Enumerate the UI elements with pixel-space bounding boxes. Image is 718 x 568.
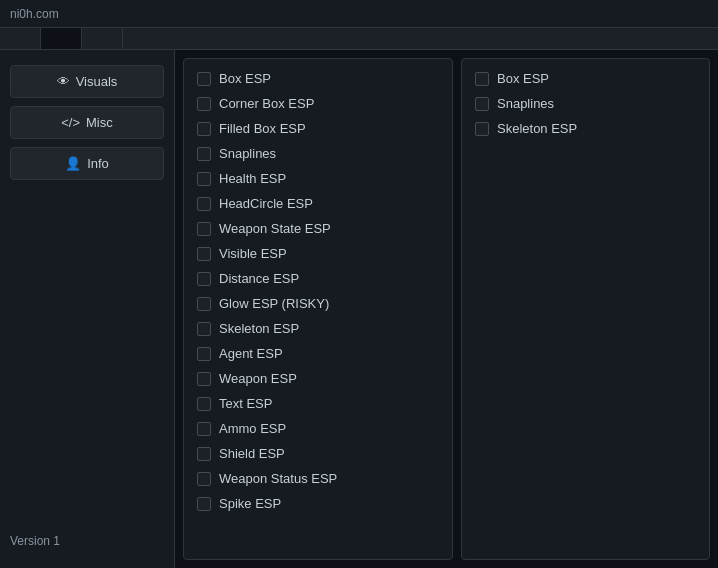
checkbox-filled-box-esp[interactable] (197, 122, 211, 136)
label-shield-esp: Shield ESP (219, 446, 285, 461)
esp-item-health-esp[interactable]: Health ESP (189, 167, 447, 190)
checkbox-glow-esp-risky[interactable] (197, 297, 211, 311)
esp-item-box-esp-2[interactable]: Box ESP (467, 67, 704, 90)
code-icon: </> (61, 115, 80, 130)
misc-label: Misc (86, 115, 113, 130)
checkbox-skeleton-esp[interactable] (197, 322, 211, 336)
checkbox-text-esp[interactable] (197, 397, 211, 411)
esp-item-distance-esp[interactable]: Distance ESP (189, 267, 447, 290)
checkbox-snaplines-2[interactable] (475, 97, 489, 111)
label-snaplines-2: Snaplines (497, 96, 554, 111)
checkbox-spike-esp[interactable] (197, 497, 211, 511)
eye-icon: 👁 (57, 74, 70, 89)
label-corner-box-esp: Corner Box ESP (219, 96, 314, 111)
esp-item-weapon-status-esp[interactable]: Weapon Status ESP (189, 467, 447, 490)
label-skeleton-esp: Skeleton ESP (219, 321, 299, 336)
esp-item-snaplines-2[interactable]: Snaplines (467, 92, 704, 115)
misc-button[interactable]: </> Misc (10, 106, 164, 139)
sidebar: 👁 Visuals </> Misc 👤 Info Version 1 (0, 50, 175, 568)
esp-item-glow-esp-risky[interactable]: Glow ESP (RISKY) (189, 292, 447, 315)
checkbox-headcircle-esp[interactable] (197, 197, 211, 211)
esp-item-spike-esp[interactable]: Spike ESP (189, 492, 447, 515)
main-esp-panel: Box ESPCorner Box ESPFilled Box ESPSnapl… (183, 58, 453, 560)
user-icon: 👤 (65, 156, 81, 171)
label-visible-esp: Visible ESP (219, 246, 287, 261)
label-distance-esp: Distance ESP (219, 271, 299, 286)
checkbox-box-esp-2[interactable] (475, 72, 489, 86)
checkbox-snaplines[interactable] (197, 147, 211, 161)
visuals-button[interactable]: 👁 Visuals (10, 65, 164, 98)
visuals-label: Visuals (76, 74, 118, 89)
checkbox-skeleton-esp-2[interactable] (475, 122, 489, 136)
label-box-esp: Box ESP (219, 71, 271, 86)
info-label: Info (87, 156, 109, 171)
app-title: ni0h.com (10, 7, 59, 21)
tab-2[interactable] (41, 28, 82, 49)
checkbox-box-esp[interactable] (197, 72, 211, 86)
esp-item-box-esp[interactable]: Box ESP (189, 67, 447, 90)
label-health-esp: Health ESP (219, 171, 286, 186)
esp-item-filled-box-esp[interactable]: Filled Box ESP (189, 117, 447, 140)
label-text-esp: Text ESP (219, 396, 272, 411)
label-ammo-esp: Ammo ESP (219, 421, 286, 436)
label-skeleton-esp-2: Skeleton ESP (497, 121, 577, 136)
tab-3[interactable] (82, 28, 123, 49)
checkbox-weapon-state-esp[interactable] (197, 222, 211, 236)
label-spike-esp: Spike ESP (219, 496, 281, 511)
label-headcircle-esp: HeadCircle ESP (219, 196, 313, 211)
checkbox-ammo-esp[interactable] (197, 422, 211, 436)
esp-item-text-esp[interactable]: Text ESP (189, 392, 447, 415)
label-box-esp-2: Box ESP (497, 71, 549, 86)
tab-1[interactable] (0, 28, 41, 49)
title-bar: ni0h.com (0, 0, 718, 28)
esp-item-agent-esp[interactable]: Agent ESP (189, 342, 447, 365)
esp-item-visible-esp[interactable]: Visible ESP (189, 242, 447, 265)
checkbox-shield-esp[interactable] (197, 447, 211, 461)
checkbox-visible-esp[interactable] (197, 247, 211, 261)
checkbox-weapon-esp[interactable] (197, 372, 211, 386)
checkbox-agent-esp[interactable] (197, 347, 211, 361)
checkbox-health-esp[interactable] (197, 172, 211, 186)
esp-item-ammo-esp[interactable]: Ammo ESP (189, 417, 447, 440)
label-snaplines: Snaplines (219, 146, 276, 161)
info-button[interactable]: 👤 Info (10, 147, 164, 180)
label-weapon-esp: Weapon ESP (219, 371, 297, 386)
esp-item-shield-esp[interactable]: Shield ESP (189, 442, 447, 465)
tab-bar (0, 28, 718, 50)
label-filled-box-esp: Filled Box ESP (219, 121, 306, 136)
label-glow-esp-risky: Glow ESP (RISKY) (219, 296, 329, 311)
esp-item-snaplines[interactable]: Snaplines (189, 142, 447, 165)
version-label: Version 1 (10, 529, 164, 553)
esp-item-skeleton-esp-2[interactable]: Skeleton ESP (467, 117, 704, 140)
checkbox-weapon-status-esp[interactable] (197, 472, 211, 486)
checkbox-corner-box-esp[interactable] (197, 97, 211, 111)
esp-item-weapon-esp[interactable]: Weapon ESP (189, 367, 447, 390)
label-weapon-status-esp: Weapon Status ESP (219, 471, 337, 486)
secondary-esp-panel: Box ESPSnaplinesSkeleton ESP (461, 58, 710, 560)
esp-item-skeleton-esp[interactable]: Skeleton ESP (189, 317, 447, 340)
esp-item-weapon-state-esp[interactable]: Weapon State ESP (189, 217, 447, 240)
label-weapon-state-esp: Weapon State ESP (219, 221, 331, 236)
esp-item-headcircle-esp[interactable]: HeadCircle ESP (189, 192, 447, 215)
label-agent-esp: Agent ESP (219, 346, 283, 361)
checkbox-distance-esp[interactable] (197, 272, 211, 286)
esp-item-corner-box-esp[interactable]: Corner Box ESP (189, 92, 447, 115)
